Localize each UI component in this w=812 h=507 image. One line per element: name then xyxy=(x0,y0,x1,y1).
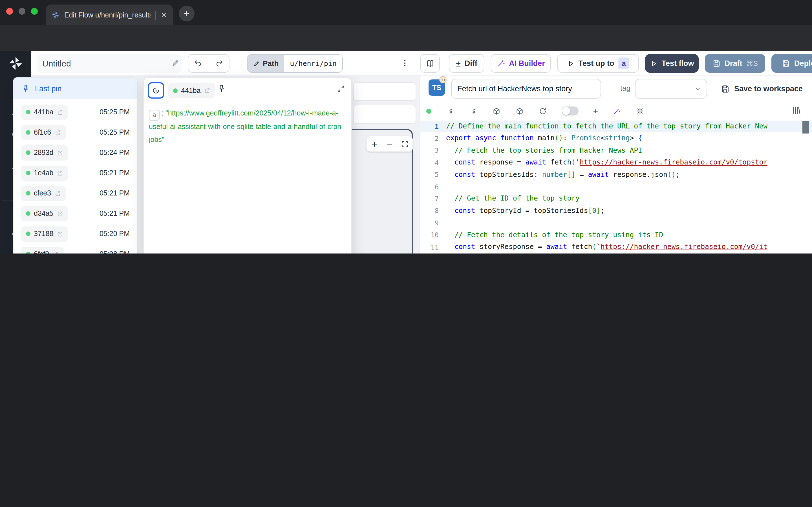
tag-select[interactable] xyxy=(635,79,707,99)
run-chip[interactable]: 1e4ab xyxy=(21,165,68,180)
save-to-workspace-button[interactable]: Save to workspace xyxy=(721,79,803,98)
tab-separator xyxy=(155,10,156,19)
external-link-icon[interactable] xyxy=(57,109,63,115)
code-editor[interactable]: 1// Define the main function to fetch th… xyxy=(419,121,812,253)
run-id: cfee3 xyxy=(34,189,51,197)
zoom-out-icon[interactable] xyxy=(386,140,394,148)
run-chip[interactable]: 441ba xyxy=(21,105,68,120)
code-line[interactable]: 1// Define the main function to fetch th… xyxy=(419,121,812,133)
undo-button[interactable] xyxy=(188,55,208,72)
ai-builder-button[interactable]: AI Builder xyxy=(491,54,551,73)
diff-label: Diff xyxy=(465,59,477,68)
external-link-icon[interactable] xyxy=(57,150,63,156)
run-chip[interactable]: 6fcf9 xyxy=(21,246,64,253)
zoom-in-icon[interactable] xyxy=(370,140,378,148)
run-time: 05:08 PM xyxy=(100,250,130,253)
run-chip[interactable]: 441ba xyxy=(168,83,215,98)
code-line[interactable]: 7 // Get the ID of the top story xyxy=(419,193,812,205)
tag-label: tag xyxy=(620,84,630,93)
package-icon[interactable] xyxy=(492,107,501,115)
run-chip[interactable]: 6f1c6 xyxy=(21,125,66,140)
line-number: 4 xyxy=(419,159,446,167)
external-link-icon[interactable] xyxy=(57,170,63,176)
external-link-icon[interactable] xyxy=(54,129,61,135)
history-button[interactable] xyxy=(148,82,164,99)
step-summary-input[interactable] xyxy=(451,79,601,99)
draft-label: Draft xyxy=(725,59,742,68)
flow-input-card[interactable] xyxy=(353,82,416,101)
code-line[interactable]: 4 const response = await fetch('https://… xyxy=(419,157,812,169)
success-dot xyxy=(26,151,31,155)
library-icon[interactable] xyxy=(792,106,801,115)
last-pin-row: 6fcf905:08 PM xyxy=(13,244,137,253)
tab-close-icon[interactable] xyxy=(160,11,167,18)
plus-minus-icon[interactable]: ± xyxy=(593,106,598,116)
path-button[interactable]: Path u/henri/pin xyxy=(247,54,343,73)
code-line[interactable]: 12 const topStory = await storyResponse.… xyxy=(419,253,812,253)
windmill-flow-editor: Edit Flow u/henri/pin_results app.windmi… xyxy=(0,0,812,253)
code-line[interactable]: 5 const topStoriesIds: number[] = await … xyxy=(419,169,812,181)
success-dot xyxy=(26,231,31,236)
svg-text:$: $ xyxy=(471,107,476,114)
run-chip[interactable]: 37188 xyxy=(21,226,68,241)
diff-toggle[interactable] xyxy=(562,107,578,115)
plus-minus-icon: ± xyxy=(456,59,460,68)
pinned-result-popup: 441ba a : "https://www.geoffreylitt.com/… xyxy=(143,77,352,253)
code-line[interactable]: 10 // Fetch the details of the top story… xyxy=(419,229,812,241)
expand-icon[interactable] xyxy=(337,84,345,93)
run-chip[interactable]: cfee3 xyxy=(21,186,66,201)
deploy-button[interactable]: Deploy xyxy=(771,54,812,73)
external-link-icon[interactable] xyxy=(57,231,63,237)
test-flow-label: Test flow xyxy=(661,59,694,68)
package-icon[interactable] xyxy=(515,107,524,115)
external-link-icon[interactable] xyxy=(52,251,59,253)
pencil-icon[interactable] xyxy=(171,59,180,67)
window-minimize-button[interactable] xyxy=(18,8,26,15)
external-link-icon[interactable] xyxy=(54,190,61,196)
json-colon: : xyxy=(161,109,163,117)
code-text: const topStoriesIds: number[] = await re… xyxy=(446,169,680,181)
redo-button[interactable] xyxy=(208,55,229,72)
test-up-to-button[interactable]: Test up to a xyxy=(557,54,639,73)
json-key-badge[interactable]: a xyxy=(149,110,160,121)
code-line[interactable]: 9 xyxy=(419,217,812,229)
code-line[interactable]: 11 const storyResponse = await fetch(`ht… xyxy=(419,241,812,253)
browser-tab-bar: Edit Flow u/henri/pin_results xyxy=(0,0,812,25)
variable-icon[interactable]: $ xyxy=(446,107,455,115)
run-chip[interactable]: 2893d xyxy=(21,145,68,160)
code-line[interactable]: 6 xyxy=(419,181,812,193)
ai-wand-icon[interactable] xyxy=(612,107,621,115)
code-line[interactable]: 8 const topStoryId = topStoriesIds[0]; xyxy=(419,205,812,217)
new-tab-button[interactable] xyxy=(179,6,195,21)
browser-tab[interactable]: Edit Flow u/henri/pin_results xyxy=(46,4,173,25)
toolbar-more-icon[interactable] xyxy=(400,59,409,68)
gear-icon[interactable] xyxy=(636,107,645,115)
run-id: 37188 xyxy=(34,230,54,238)
window-zoom-button[interactable] xyxy=(31,8,38,15)
window-close-button[interactable] xyxy=(6,8,13,15)
reset-icon[interactable] xyxy=(539,107,547,115)
success-dot xyxy=(26,252,31,253)
windmill-logo[interactable] xyxy=(8,56,23,71)
flow-name-input[interactable] xyxy=(37,54,182,73)
success-dot xyxy=(173,88,177,93)
code-line[interactable]: 2export async function main(): Promise<s… xyxy=(419,133,812,145)
external-link-icon[interactable] xyxy=(204,87,210,94)
fit-view-icon[interactable] xyxy=(401,140,409,148)
line-number: 9 xyxy=(419,219,446,227)
run-id: 2893d xyxy=(34,149,54,157)
flow-input-card[interactable] xyxy=(353,105,416,124)
external-link-icon[interactable] xyxy=(57,210,63,217)
save-to-workspace-label: Save to workspace xyxy=(734,84,803,93)
draft-button[interactable]: Draft ⌘S xyxy=(705,54,765,73)
bun-icon xyxy=(439,76,447,83)
code-line[interactable]: 3 // Fetch the top stories from Hacker N… xyxy=(419,145,812,157)
test-flow-button[interactable]: Test flow xyxy=(645,54,699,73)
line-number: 5 xyxy=(419,171,446,179)
unpin-icon[interactable] xyxy=(217,84,226,93)
resource-icon[interactable]: $ xyxy=(469,107,477,115)
diff-button[interactable]: ± Diff xyxy=(449,54,485,73)
run-chip[interactable]: d34a5 xyxy=(21,206,68,221)
docs-button[interactable] xyxy=(420,54,440,73)
line-number: 11 xyxy=(419,243,446,251)
